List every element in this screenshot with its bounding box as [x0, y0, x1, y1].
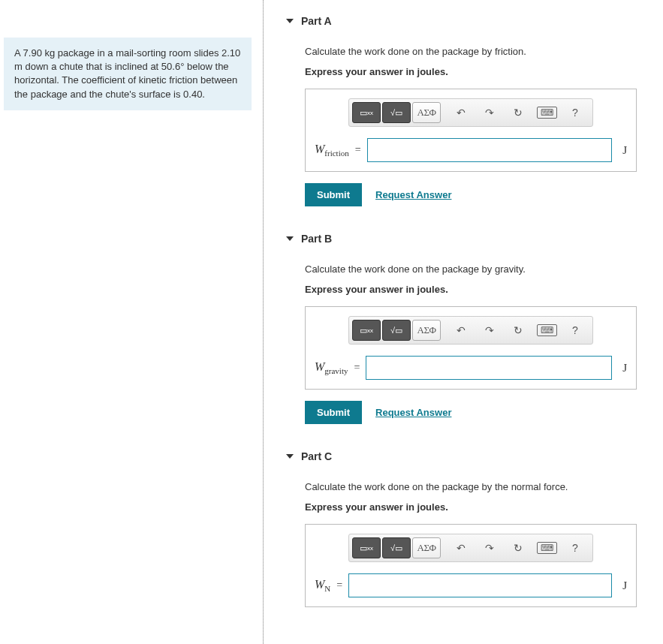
toolbar-c: ▭xx √▭ ΑΣΦ ↶ ↷ ↻ ⌨ ? [348, 534, 593, 562]
submit-button-a[interactable]: Submit [305, 183, 362, 206]
part-b-express: Express your answer in joules. [305, 284, 637, 295]
template-tool-icon[interactable]: ▭xx [352, 102, 381, 123]
answer-input-c[interactable] [348, 573, 612, 597]
request-answer-link-a[interactable]: Request Answer [375, 189, 451, 200]
equals-c: = [336, 579, 342, 591]
redo-icon[interactable]: ↷ [475, 320, 504, 341]
part-a: Part A Calculate the work done on the pa… [286, 15, 637, 206]
greek-tool-icon[interactable]: ΑΣΦ [412, 320, 441, 341]
equals-b: = [354, 362, 360, 374]
part-a-answer-box: ▭xx √▭ ΑΣΦ ↶ ↷ ↻ ⌨ ? Wfriction = J [305, 89, 637, 172]
greek-tool-icon[interactable]: ΑΣΦ [412, 537, 441, 558]
caret-down-icon [286, 236, 294, 241]
keyboard-icon[interactable]: ⌨ [532, 320, 561, 341]
keyboard-icon[interactable]: ⌨ [532, 537, 561, 558]
unit-a: J [618, 144, 627, 157]
var-label-c: WN [315, 578, 330, 593]
caret-down-icon [286, 19, 294, 23]
part-c-answer-box: ▭xx √▭ ΑΣΦ ↶ ↷ ↻ ⌨ ? WN = J [305, 524, 637, 607]
template-tool-icon[interactable]: ▭xx [352, 320, 381, 341]
part-c: Part C Calculate the work done on the pa… [286, 450, 637, 607]
part-c-express: Express your answer in joules. [305, 501, 637, 513]
greek-tool-icon[interactable]: ΑΣΦ [412, 102, 441, 123]
undo-icon[interactable]: ↶ [447, 537, 475, 558]
unit-c: J [618, 579, 627, 592]
equals-a: = [355, 144, 361, 156]
reset-icon[interactable]: ↻ [504, 537, 532, 558]
toolbar-a: ▭xx √▭ ΑΣΦ ↶ ↷ ↻ ⌨ ? [348, 98, 593, 127]
sqrt-tool-icon[interactable]: √▭ [382, 537, 411, 558]
request-answer-link-b[interactable]: Request Answer [375, 407, 451, 418]
help-icon[interactable]: ? [561, 537, 589, 558]
sqrt-tool-icon[interactable]: √▭ [382, 102, 411, 123]
undo-icon[interactable]: ↶ [447, 320, 475, 341]
part-c-instruction: Calculate the work done on the package b… [305, 481, 637, 492]
part-b-title: Part B [301, 233, 332, 245]
reset-icon[interactable]: ↻ [504, 102, 532, 123]
part-a-instruction: Calculate the work done on the package b… [305, 46, 637, 57]
redo-icon[interactable]: ↷ [475, 102, 504, 123]
template-tool-icon[interactable]: ▭xx [352, 537, 381, 558]
answer-input-a[interactable] [367, 138, 613, 162]
part-b-answer-box: ▭xx √▭ ΑΣΦ ↶ ↷ ↻ ⌨ ? Wgravity = J [305, 306, 637, 390]
submit-button-b[interactable]: Submit [305, 401, 362, 424]
redo-icon[interactable]: ↷ [475, 537, 504, 558]
part-b: Part B Calculate the work done on the pa… [286, 233, 637, 424]
keyboard-icon[interactable]: ⌨ [532, 102, 561, 123]
caret-down-icon [286, 454, 294, 459]
toolbar-b: ▭xx √▭ ΑΣΦ ↶ ↷ ↻ ⌨ ? [348, 316, 593, 345]
part-a-express: Express your answer in joules. [305, 66, 637, 77]
part-b-header[interactable]: Part B [286, 233, 637, 245]
part-b-instruction: Calculate the work done on the package b… [305, 263, 637, 275]
problem-statement: A 7.90 kg package in a mail-sorting room… [4, 38, 252, 110]
part-a-header[interactable]: Part A [286, 15, 637, 27]
sqrt-tool-icon[interactable]: √▭ [382, 320, 411, 341]
answer-input-b[interactable] [366, 356, 612, 380]
problem-text: A 7.90 kg package in a mail-sorting room… [14, 47, 240, 100]
var-label-b: Wgravity [315, 360, 348, 375]
unit-b: J [618, 362, 627, 375]
help-icon[interactable]: ? [561, 102, 589, 123]
part-a-title: Part A [301, 15, 332, 27]
reset-icon[interactable]: ↻ [504, 320, 532, 341]
help-icon[interactable]: ? [561, 320, 589, 341]
part-c-header[interactable]: Part C [286, 450, 637, 462]
undo-icon[interactable]: ↶ [447, 102, 475, 123]
part-c-title: Part C [301, 450, 332, 462]
var-label-a: Wfriction [315, 143, 349, 158]
